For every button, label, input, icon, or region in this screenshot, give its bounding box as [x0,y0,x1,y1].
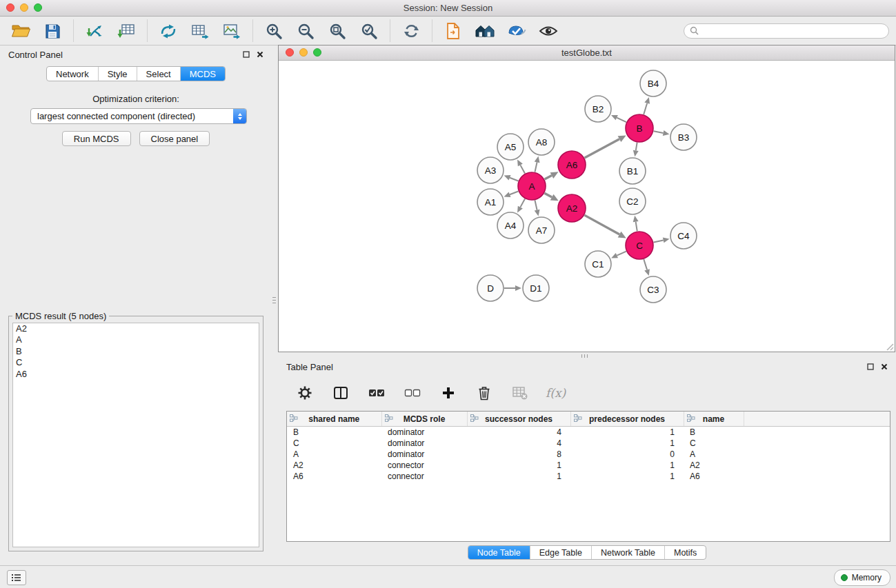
tab-network[interactable]: Network [47,67,99,81]
table-cell[interactable]: A [684,449,744,460]
table-cell[interactable]: 1 [467,471,570,482]
graph-node-B4[interactable]: B4 [640,70,666,97]
graph-edge-A-A6[interactable] [545,176,552,180]
check-badge-button[interactable] [506,21,527,41]
graph-node-C[interactable]: C [626,232,653,259]
import-table-button[interactable] [116,21,137,41]
graph-edge-A-A7[interactable] [535,201,537,210]
column-header-mcds-role[interactable]: MCDS role [381,412,467,427]
graph-edge-A-A1[interactable] [510,192,518,195]
export-image-button[interactable] [221,21,242,41]
show-hide-button[interactable] [538,21,559,41]
graph-edge-A2-C[interactable] [584,215,619,234]
graph-node-B2[interactable]: B2 [585,96,611,122]
graph-edge-C-C4[interactable] [654,240,664,242]
delete-column-button[interactable] [474,383,495,403]
zoom-out-button[interactable] [295,21,316,41]
table-row[interactable]: A6connector11A6 [287,471,890,482]
horizontal-splitter-handle[interactable] [581,354,598,358]
graph-node-B3[interactable]: B3 [670,124,697,150]
graph-edge-C-C2[interactable] [636,222,637,232]
graph-edge-A-A8[interactable] [535,162,537,172]
result-item[interactable]: A [13,334,259,345]
vertical-splitter-handle[interactable] [272,295,277,312]
graph-node-A1[interactable]: A1 [477,189,504,215]
graph-edge-B-B1[interactable] [636,143,637,151]
tab-style[interactable]: Style [99,67,137,81]
close-panel-icon[interactable] [257,51,263,58]
graph-edge-A-A4[interactable] [520,199,525,207]
column-header-successor-nodes[interactable]: successor nodes [467,412,570,427]
float-panel-icon[interactable] [243,51,250,58]
table-cell[interactable]: 1 [570,438,684,449]
import-network-button[interactable] [84,21,105,41]
table-cell[interactable]: C [684,438,744,449]
graph-node-C3[interactable]: C3 [640,276,666,303]
table-cell[interactable]: dominator [381,449,467,460]
graph-node-C2[interactable]: C2 [619,188,646,214]
save-session-button[interactable] [42,21,63,41]
refresh-view-button[interactable] [401,21,421,41]
graph-edge-B-B4[interactable] [644,103,647,114]
graph-edge-A-A2[interactable] [544,193,552,197]
search-input[interactable] [702,26,883,37]
select-all-button[interactable] [366,383,387,403]
table-cell[interactable]: A [287,449,381,460]
show-columns-button[interactable] [330,383,351,403]
table-settings-button[interactable] [295,383,315,403]
graph-edge-B-B3[interactable] [654,131,664,133]
table-row[interactable]: Cdominator41C [287,438,890,449]
first-neighbors-button[interactable] [475,21,495,41]
zoom-in-button[interactable] [263,21,284,41]
graph-node-B[interactable]: B [626,114,653,142]
toolbar-search[interactable] [684,23,889,39]
graph-node-A4[interactable]: A4 [497,212,524,239]
graph-node-A8[interactable]: A8 [528,129,555,155]
network-view-window[interactable]: testGlobe.txt B4B2BB3A5A8A6A3B1AA1C2A2A4… [278,45,895,352]
graph-node-C1[interactable]: C1 [585,251,611,277]
table-cell[interactable]: dominator [381,438,467,449]
graph-edge-A-A5[interactable] [520,165,525,173]
network-canvas[interactable]: B4B2BB3A5A8A6A3B1AA1C2A2A4A7C4CC1C3DD1 [279,61,895,352]
minimize-network-window-button[interactable] [299,48,308,57]
column-header-name[interactable]: name [684,412,744,427]
table-cell[interactable]: 0 [570,449,684,460]
result-item[interactable]: A2 [13,323,259,334]
node-table-container[interactable]: shared nameMCDS rolesuccessor nodesprede… [286,411,890,542]
table-cell[interactable]: A6 [287,471,381,482]
table-cell[interactable]: 4 [467,438,570,449]
tab-motifs[interactable]: Motifs [665,546,706,559]
close-table-panel-icon[interactable] [881,363,888,370]
run-mcds-button[interactable]: Run MCDS [62,131,131,146]
function-builder-button[interactable]: f(x) [546,386,566,400]
zoom-network-window-button[interactable] [313,48,321,57]
tab-mcds[interactable]: MCDS [181,67,225,81]
column-header-predecessor-nodes[interactable]: predecessor nodes [570,412,684,427]
table-row[interactable]: Bdominator41B [287,427,890,438]
graph-node-A6[interactable]: A6 [558,151,586,179]
table-cell[interactable]: C [287,438,381,449]
open-session-file-button[interactable] [443,21,464,41]
tab-select[interactable]: Select [137,67,181,81]
graph-edge-B-B2[interactable] [617,118,626,122]
tab-node-table[interactable]: Node Table [468,546,530,559]
task-history-button[interactable] [7,570,26,585]
minimize-window-button[interactable] [20,3,28,12]
export-table-button[interactable] [190,21,210,41]
table-cell[interactable]: 1 [570,471,684,482]
table-cell[interactable]: 4 [467,427,570,438]
table-cell[interactable]: 1 [570,427,684,438]
result-item[interactable]: C [13,357,259,368]
table-cell[interactable]: B [684,427,744,438]
graph-node-C4[interactable]: C4 [670,223,697,249]
add-column-button[interactable] [438,383,459,403]
result-item[interactable]: A6 [13,369,259,380]
resize-grip-icon[interactable] [885,342,894,351]
tab-network-table[interactable]: Network Table [592,546,665,559]
table-cell[interactable]: 8 [467,449,570,460]
graph-node-D1[interactable]: D1 [523,275,549,301]
mcds-result-list[interactable]: A2ABCA6 [12,323,259,547]
graph-edge-A6-B[interactable] [584,139,619,158]
graph-node-A[interactable]: A [518,172,546,200]
memory-button[interactable]: Memory [834,569,890,586]
